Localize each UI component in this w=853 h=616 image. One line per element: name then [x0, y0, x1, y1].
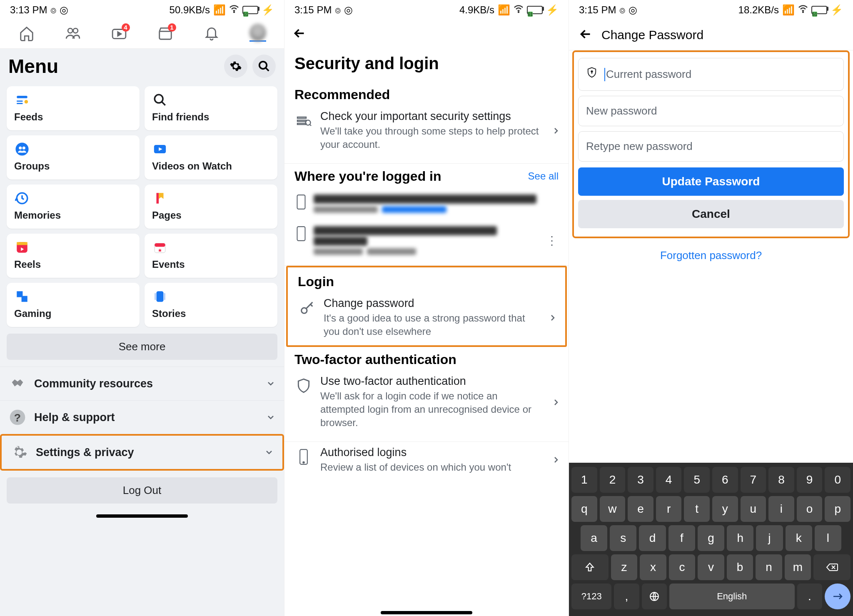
row-security-settings[interactable]: Check your important security settings W… — [284, 106, 569, 164]
cancel-button[interactable]: Cancel — [578, 200, 844, 228]
kb-key[interactable]: d — [639, 525, 666, 551]
new-password-input[interactable]: New password — [578, 96, 844, 126]
kb-key[interactable]: x — [640, 554, 666, 580]
tile-memories[interactable]: Memories — [7, 185, 140, 229]
svg-point-0 — [234, 12, 234, 12]
kb-key[interactable]: 8 — [768, 467, 794, 493]
expand-community[interactable]: Community resources — [0, 367, 284, 400]
memories-icon — [14, 190, 30, 206]
pane-change-password: 3:15 PM ⌾ ◎ 18.2KB/s 📶 61 ⚡ Change Passw… — [569, 0, 853, 616]
reels-icon — [14, 239, 30, 255]
see-all-link[interactable]: See all — [528, 170, 559, 182]
kb-key[interactable]: n — [756, 554, 782, 580]
tab-friends[interactable] — [65, 25, 81, 42]
kb-key[interactable]: c — [669, 554, 695, 580]
kb-key[interactable]: e — [628, 496, 653, 522]
kb-key[interactable]: w — [600, 496, 626, 522]
back-button[interactable] — [578, 27, 593, 43]
tile-gaming[interactable]: Gaming — [7, 283, 140, 327]
status-glyph2: ◎ — [344, 4, 353, 16]
kb-key[interactable]: i — [768, 496, 794, 522]
logout-button[interactable]: Log Out — [7, 477, 277, 504]
expand-label: Help & support — [34, 411, 258, 424]
kb-key[interactable]: 6 — [712, 467, 738, 493]
login-session-row[interactable] — [284, 187, 569, 219]
kb-key[interactable]: 3 — [628, 467, 653, 493]
kb-shift[interactable] — [571, 554, 609, 580]
placeholder: New password — [586, 105, 657, 117]
status-bar: 3:15 PM ⌾ ◎ 18.2KB/s 📶 61 ⚡ — [569, 0, 853, 20]
kb-globe[interactable] — [642, 584, 667, 609]
forgotten-password-link[interactable]: Forgotten password? — [569, 244, 853, 270]
kb-key[interactable]: j — [756, 525, 783, 551]
back-button[interactable] — [292, 26, 307, 42]
current-password-input[interactable]: Current password — [578, 58, 844, 91]
chevron-right-icon — [551, 455, 561, 465]
kb-enter[interactable] — [825, 584, 851, 609]
tab-notifications[interactable] — [203, 25, 220, 42]
kb-key[interactable]: y — [712, 496, 738, 522]
update-password-button[interactable]: Update Password — [578, 167, 844, 196]
tab-marketplace[interactable]: 1 — [157, 25, 174, 42]
kb-key[interactable]: 9 — [797, 467, 823, 493]
kb-key[interactable]: 7 — [741, 467, 766, 493]
kb-key[interactable]: 1 — [571, 467, 597, 493]
kb-key[interactable]: s — [610, 525, 636, 551]
svg-rect-8 — [17, 103, 22, 104]
tab-video[interactable]: 4 — [111, 25, 127, 42]
svg-point-29 — [306, 120, 311, 125]
kb-key[interactable]: g — [698, 525, 724, 551]
expand-settings-privacy[interactable]: Settings & privacy — [0, 434, 284, 471]
shield-icon — [294, 377, 313, 395]
check-settings-icon — [294, 112, 313, 130]
tab-profile[interactable] — [249, 25, 266, 42]
kb-key[interactable]: a — [581, 525, 607, 551]
kb-key[interactable]: t — [684, 496, 710, 522]
kb-key[interactable]: h — [727, 525, 753, 551]
login-session-row[interactable]: ⋮ — [284, 219, 569, 266]
kb-backspace[interactable] — [813, 554, 851, 580]
kb-key[interactable]: 0 — [825, 467, 851, 493]
row-authorised-logins[interactable]: Authorised logins Review a list of devic… — [284, 442, 569, 486]
tile-reels[interactable]: Reels — [7, 234, 140, 278]
tile-events[interactable]: Events — [145, 234, 277, 278]
tile-stories[interactable]: Stories — [145, 283, 277, 327]
row-change-password[interactable]: Change password It's a good idea to use … — [288, 293, 565, 345]
kb-key[interactable]: 2 — [600, 467, 626, 493]
row-use-tfa[interactable]: Use two-factor authentication We'll ask … — [284, 371, 569, 442]
kb-space[interactable]: English — [669, 584, 795, 609]
kb-period[interactable]: . — [797, 584, 822, 609]
tab-home[interactable] — [18, 25, 35, 42]
menu-grid: Feeds Find friends Groups Videos on Watc… — [0, 86, 284, 327]
tile-videos[interactable]: Videos on Watch — [145, 135, 277, 180]
kb-key[interactable]: 4 — [656, 467, 682, 493]
settings-button[interactable] — [224, 55, 247, 78]
see-more-button[interactable]: See more — [7, 334, 277, 360]
kb-comma[interactable]: , — [614, 584, 639, 609]
kb-key[interactable]: 5 — [684, 467, 710, 493]
kb-key[interactable]: p — [825, 496, 851, 522]
gaming-icon — [14, 289, 30, 304]
more-button[interactable]: ⋮ — [543, 234, 561, 247]
expand-help[interactable]: ? Help & support — [0, 400, 284, 434]
kb-key[interactable]: u — [741, 496, 766, 522]
tile-pages[interactable]: Pages — [145, 185, 277, 229]
kb-key[interactable]: f — [668, 525, 695, 551]
retype-password-input[interactable]: Retype new password — [578, 131, 844, 162]
kb-symbols[interactable]: ?123 — [571, 584, 611, 609]
tile-find-friends[interactable]: Find friends — [145, 86, 277, 130]
kb-key[interactable]: o — [797, 496, 823, 522]
kb-key[interactable]: l — [815, 525, 841, 551]
tile-feeds[interactable]: Feeds — [7, 86, 140, 130]
tile-label: Videos on Watch — [152, 160, 270, 172]
kb-key[interactable]: b — [727, 554, 753, 580]
kb-key[interactable]: m — [785, 554, 811, 580]
svg-rect-28 — [297, 123, 306, 125]
search-button[interactable] — [252, 55, 276, 78]
kb-key[interactable]: v — [698, 554, 724, 580]
kb-key[interactable]: k — [786, 525, 812, 551]
kb-key[interactable]: z — [611, 554, 637, 580]
kb-key[interactable]: q — [571, 496, 597, 522]
tile-groups[interactable]: Groups — [7, 135, 140, 180]
kb-key[interactable]: r — [656, 496, 682, 522]
